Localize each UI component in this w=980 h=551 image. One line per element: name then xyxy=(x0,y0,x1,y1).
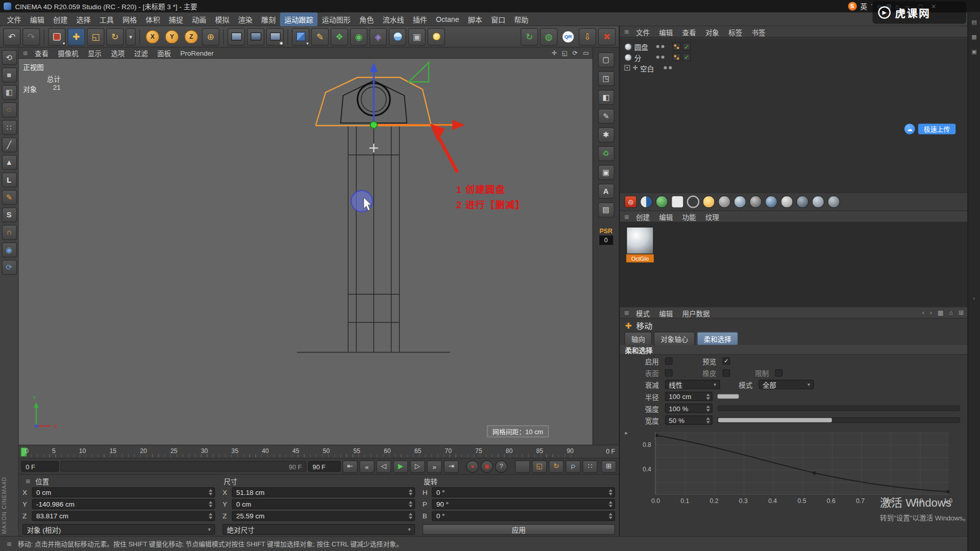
axis-mode-button[interactable]: L xyxy=(2,172,16,187)
dock-collapse-icon[interactable]: ‹ xyxy=(970,294,978,303)
object-row-disc[interactable]: 圆盘 ✓ xyxy=(620,41,969,52)
previous-frame-button[interactable]: ◁ xyxy=(376,460,391,472)
curve-expand-icon[interactable]: ▸ xyxy=(625,430,628,436)
sun-light-icon[interactable] xyxy=(702,195,715,208)
vp-rotate-icon[interactable]: ⟳ xyxy=(573,49,578,56)
falloff-curve-plot[interactable] xyxy=(655,432,949,494)
current-frame-field[interactable]: 0 F xyxy=(21,461,59,472)
object-row-split[interactable]: 分 ✓ xyxy=(620,52,969,63)
undo-button[interactable]: ↶ xyxy=(3,28,20,45)
view-shaded-icon[interactable]: ◧ xyxy=(598,90,614,105)
vp-menu-panel[interactable]: 面板 xyxy=(153,46,175,59)
enable-axis-button[interactable]: ✎ xyxy=(2,190,16,205)
material-name[interactable]: OctGlo xyxy=(626,254,654,262)
visibility-dots[interactable] xyxy=(656,45,665,48)
pos-z-field[interactable]: 83.817 cm xyxy=(32,511,215,521)
size-z-field[interactable]: 25.59 cm xyxy=(232,511,415,521)
soft-selection-section[interactable]: 柔和选择 xyxy=(620,345,969,355)
recycle-icon[interactable]: ♻ xyxy=(598,146,614,161)
polygons-mode-button[interactable]: ▲ xyxy=(2,155,16,170)
material-sphere-icon[interactable] xyxy=(827,195,840,208)
attr-menu-edit[interactable]: 编辑 xyxy=(655,307,677,319)
y-axis-lock-button[interactable]: Y xyxy=(163,28,181,45)
redo-button[interactable]: ↷ xyxy=(22,28,40,45)
vp-toggle-icon[interactable]: ▭ xyxy=(583,49,589,56)
material-sphere-icon[interactable] xyxy=(734,195,746,208)
status-menu-icon[interactable]: ⊞ xyxy=(5,541,14,547)
panel-menu-icon[interactable]: ⊞ xyxy=(24,478,33,484)
render-picture-viewer-button[interactable] xyxy=(247,28,264,45)
material-sphere-icon[interactable] xyxy=(765,195,777,208)
green-material-icon[interactable] xyxy=(655,195,668,208)
menu-simulate[interactable]: 模拟 xyxy=(211,12,234,26)
download-button[interactable]: ⇩ xyxy=(579,28,596,45)
material-sphere-icon[interactable] xyxy=(796,195,808,208)
menu-mograph[interactable]: 运动图形 xyxy=(317,12,355,26)
vp-menu-cameras[interactable]: 摄像机 xyxy=(54,46,83,59)
quick-upload-button[interactable]: 极速上传 xyxy=(918,123,955,134)
previous-key-button[interactable]: « xyxy=(359,460,374,472)
knife-tool-icon[interactable]: ✎ xyxy=(598,109,614,123)
make-editable-button[interactable]: ⟲ xyxy=(2,50,16,65)
enable-checkbox[interactable] xyxy=(665,357,673,365)
scale-tool-button[interactable]: ◱ xyxy=(87,28,104,45)
strength-field[interactable]: 100 % xyxy=(665,404,713,413)
antialias-icon[interactable]: A xyxy=(598,184,614,198)
radius-field[interactable]: 100 cm xyxy=(665,392,713,401)
rot-b-field[interactable]: 0 ° xyxy=(432,511,615,521)
texture-mode-button[interactable]: ◧ xyxy=(2,85,16,100)
netdisk-cloud-icon[interactable]: ☁ xyxy=(904,123,915,134)
vp-zoom-icon[interactable]: ◱ xyxy=(561,49,568,56)
attr-menu-mode[interactable]: 模式 xyxy=(631,307,654,319)
camera-button[interactable]: ▣ xyxy=(408,28,426,45)
render-view-button[interactable] xyxy=(228,28,245,45)
apply-button[interactable]: 应用 xyxy=(423,524,615,535)
radius-slider-knob[interactable] xyxy=(718,394,739,399)
om-menu-objects[interactable]: 对象 xyxy=(701,26,723,38)
vp-menu-display[interactable]: 显示 xyxy=(84,46,106,59)
record-rotation-button[interactable]: ↻ xyxy=(549,460,564,472)
menu-pipeline[interactable]: 流水线 xyxy=(378,12,408,26)
object-row-null[interactable]: + ✛ 空白 xyxy=(620,62,969,73)
workplane-mode-button[interactable]: ◌ xyxy=(2,103,16,117)
tab-object-axis[interactable]: 对象轴心 xyxy=(654,332,695,345)
eraser-checkbox[interactable] xyxy=(723,369,730,377)
panel-menu-icon[interactable]: ⊞ xyxy=(21,49,30,56)
filter-bars-icon[interactable]: ▤ xyxy=(598,203,614,217)
keyframe-options-button[interactable]: ∷ xyxy=(582,460,597,472)
menu-plugins[interactable]: 插件 xyxy=(408,12,431,26)
search-icon[interactable]: ⌂ xyxy=(949,309,952,316)
check-tag-icon[interactable]: ✓ xyxy=(682,53,691,61)
octane-render-icon[interactable]: ◎ xyxy=(624,195,636,208)
size-x-field[interactable]: 51.18 cm xyxy=(232,487,415,497)
material-sphere-icon[interactable] xyxy=(749,195,762,208)
rotate-tool-button[interactable]: ↻ xyxy=(106,28,124,45)
menu-create[interactable]: 创建 xyxy=(49,12,72,26)
menu-render[interactable]: 渲染 xyxy=(234,12,257,26)
coordinate-mode-dropdown[interactable]: 对象 (相对)▾ xyxy=(22,524,215,535)
goto-start-button[interactable]: ⇤ xyxy=(342,460,357,472)
phong-tag-icon[interactable] xyxy=(673,42,681,51)
object-name[interactable]: 空白 xyxy=(640,63,654,73)
simulation-button[interactable]: ◉ xyxy=(350,28,368,45)
vp-menu-options[interactable]: 选项 xyxy=(107,46,129,59)
goto-end-button[interactable]: ⇥ xyxy=(444,460,458,472)
timeline-ruler[interactable]: 051015202530354045505560657075808590 0 F xyxy=(19,445,619,459)
mat-menu-function[interactable]: 功能 xyxy=(678,210,700,222)
record-scale-button[interactable]: ◱ xyxy=(532,460,547,472)
menu-mesh[interactable]: 网格 xyxy=(118,12,141,26)
quick-upload-overlay[interactable]: ☁ 极速上传 xyxy=(904,123,955,134)
tab-soft-selection[interactable]: 柔和选择 xyxy=(697,332,738,345)
object-name[interactable]: 圆盘 xyxy=(634,41,648,52)
vp-menu-prorender[interactable]: ProRender xyxy=(176,48,218,58)
dock-panel-icon[interactable]: ▦ xyxy=(970,33,978,41)
history-back-icon[interactable]: ‹ xyxy=(922,309,924,316)
vp-menu-view[interactable]: 查看 xyxy=(30,46,53,59)
view-quad-icon[interactable]: ◳ xyxy=(598,71,614,86)
end-frame-field[interactable]: 90 F xyxy=(308,461,341,472)
material-sphere-icon[interactable] xyxy=(812,195,824,208)
octane-viewport-icon[interactable] xyxy=(640,195,652,208)
visibility-dots[interactable] xyxy=(656,56,665,59)
last-tool-button[interactable]: ▾ xyxy=(126,28,136,45)
coordinate-system-button[interactable]: ⊕ xyxy=(202,28,219,45)
